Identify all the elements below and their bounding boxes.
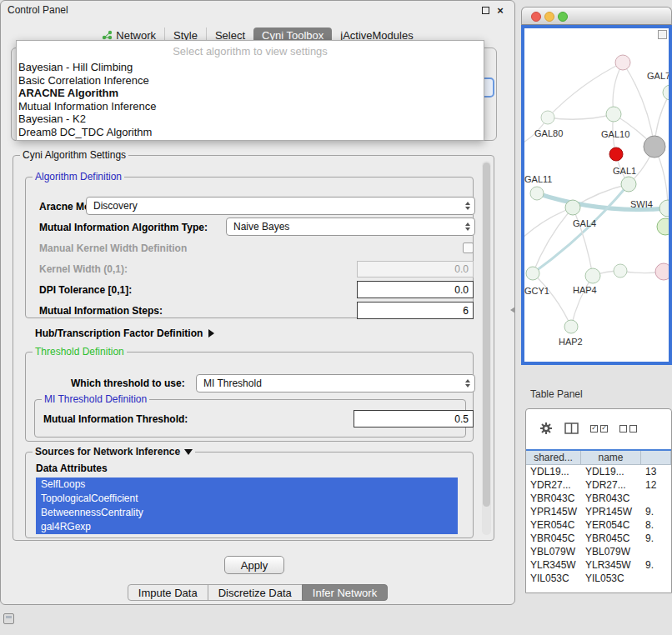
mi-threshold-group: MI Threshold Definition Mutual Informati… — [34, 399, 466, 438]
data-attributes-label: Data Attributes — [36, 462, 108, 474]
algorithm-option-selected[interactable]: ARACNE Algorithm — [17, 87, 484, 100]
table-row[interactable]: YDR27...YDR27...12 — [526, 478, 671, 492]
attribute-item[interactable]: SelfLoops — [36, 478, 458, 492]
minimize-traffic-light-icon[interactable] — [544, 12, 554, 22]
algorithm-option[interactable]: Bayesian - K2 — [17, 112, 484, 126]
table-body: YDL19...YDL19...13 YDR27...YDR27...12 YB… — [526, 465, 671, 585]
splitter-arrow-icon[interactable] — [510, 307, 515, 313]
cell: YIL053C — [526, 572, 581, 585]
attribute-item[interactable]: BetweennessCentrality — [36, 506, 458, 520]
manual-kernel-checkbox[interactable] — [463, 242, 474, 253]
cell: YDL19... — [581, 465, 641, 478]
data-attributes-list: SelfLoops TopologicalCoefficient Between… — [36, 478, 458, 534]
cell: YDR27... — [581, 478, 641, 492]
settings-scrollbar[interactable] — [482, 161, 491, 535]
zoom-traffic-light-icon[interactable] — [558, 12, 568, 22]
sources-title-text: Sources for Network Inference — [35, 446, 180, 458]
dpi-tolerance-value: 0.0 — [454, 284, 469, 296]
threshold-definition-title: Threshold Definition — [33, 346, 127, 358]
algorithm-dropdown-popup: Select algorithm to view settings Bayesi… — [16, 40, 484, 141]
cyni-algorithm-settings-group: Cyni Algorithm Settings Algorithm Defini… — [13, 155, 494, 541]
show-columns-icon[interactable] — [564, 422, 579, 434]
settings-scrollbar-thumb[interactable] — [483, 162, 490, 507]
cell — [641, 492, 671, 505]
cell: 12 — [641, 478, 671, 492]
cell: 9. — [641, 505, 671, 518]
tab-discretize-data[interactable]: Discretize Data — [208, 584, 303, 601]
close-window-icon[interactable]: × — [494, 4, 506, 16]
attribute-item[interactable]: gal4RGexp — [36, 520, 458, 534]
column-header-shared-name[interactable]: shared... — [526, 451, 581, 465]
attribute-item[interactable]: TopologicalCoefficient — [36, 492, 458, 506]
close-traffic-light-icon[interactable] — [531, 12, 541, 22]
svg-text:GAL80: GAL80 — [534, 128, 563, 138]
tab-infer-network[interactable]: Infer Network — [302, 584, 388, 601]
cell: 9. — [641, 532, 671, 545]
table-row[interactable]: YBL079WYBL079W — [526, 545, 671, 558]
threshold-definition-group: Threshold Definition Which threshold to … — [25, 352, 474, 442]
manual-kernel-label: Manual Kernel Width Definition — [39, 242, 187, 254]
deselect-all-icon[interactable] — [619, 425, 637, 432]
mi-type-value: Naive Bayes — [233, 221, 289, 232]
desktop: Control Panel × Network Style Select Cyn… — [0, 0, 672, 635]
bottom-tabs: Impute Data Discretize Data Infer Networ… — [1, 584, 514, 601]
checked-box-icon: ✓ — [590, 425, 598, 432]
gear-icon[interactable] — [539, 422, 553, 435]
control-panel-titlebar[interactable]: Control Panel × — [1, 1, 514, 19]
svg-text:GAL11: GAL11 — [524, 174, 552, 184]
which-threshold-dropdown[interactable]: MI Threshold — [196, 374, 475, 392]
algorithm-option[interactable]: Bayesian - Hill Climbing — [17, 61, 484, 74]
hub-definition-toggle[interactable]: Hub/Transcription Factor Definition — [35, 328, 214, 339]
table-row[interactable]: YLR345WYLR345W9. — [526, 558, 671, 572]
cell: YIL053C — [581, 572, 641, 585]
mi-threshold-field[interactable]: 0.5 — [354, 410, 474, 428]
which-threshold-label: Which threshold to use: — [71, 378, 185, 389]
svg-text:GAL10: GAL10 — [601, 129, 629, 139]
cell: YDL19... — [526, 465, 581, 478]
unchecked-box-icon — [619, 425, 627, 432]
table-row[interactable]: YER054CYER054C8. — [526, 518, 671, 532]
collapsed-panel-icon[interactable] — [3, 613, 14, 624]
cell: YPR145W — [526, 505, 581, 518]
table-row[interactable]: YIL053CYIL053C — [526, 572, 671, 585]
mi-threshold-value: 0.5 — [454, 413, 469, 425]
mi-steps-value: 6 — [463, 305, 469, 317]
algorithm-option[interactable]: Mutual Information Inference — [17, 100, 484, 113]
checked-box-icon: ✓ — [600, 425, 608, 432]
kernel-width-field[interactable]: 0.0 — [357, 261, 474, 278]
svg-text:HAP2: HAP2 — [559, 337, 583, 347]
tab-impute-data[interactable]: Impute Data — [128, 584, 208, 601]
cell: YBL079W — [526, 545, 581, 558]
column-header-name[interactable]: name — [581, 451, 641, 465]
mi-type-dropdown[interactable]: Naive Bayes — [226, 218, 475, 236]
network-view-window: GAL7GAL80GAL10GAL11GAL1SWI4GAL4GCY1HAP4H… — [521, 7, 672, 365]
select-all-icon[interactable]: ✓ ✓ — [590, 425, 608, 432]
dpi-tolerance-label: DPI Tolerance [0,1]: — [39, 284, 132, 296]
cell — [641, 545, 671, 558]
cell: YLR345W — [526, 558, 581, 572]
column-header-clipped[interactable] — [641, 451, 671, 465]
sources-group-title[interactable]: Sources for Network Inference — [33, 446, 195, 458]
mi-steps-field[interactable]: 6 — [357, 302, 474, 319]
stepper-arrows-icon — [465, 379, 470, 388]
cell: YBR043C — [526, 492, 581, 505]
table-row[interactable]: YBR045CYBR045C9. — [526, 532, 671, 545]
kernel-width-value: 0.0 — [454, 263, 469, 275]
dpi-tolerance-field[interactable]: 0.0 — [357, 281, 474, 298]
table-row[interactable]: YPR145WYPR145W9. — [526, 505, 671, 518]
algorithm-option[interactable]: Basic Correlation Inference — [17, 74, 484, 88]
network-window-titlebar[interactable] — [521, 7, 672, 25]
network-canvas[interactable]: GAL7GAL80GAL10GAL11GAL1SWI4GAL4GCY1HAP4H… — [521, 25, 672, 365]
table-row[interactable]: YBR043CYBR043C — [526, 492, 671, 505]
cell: YBL079W — [581, 545, 641, 558]
apply-button[interactable]: Apply — [224, 556, 284, 574]
network-graph[interactable]: GAL7GAL80GAL10GAL11GAL1SWI4GAL4GCY1HAP4H… — [524, 28, 672, 362]
float-window-icon[interactable] — [479, 4, 491, 16]
cell: YLR345W — [581, 558, 641, 572]
table-row[interactable]: YDL19...YDL19...13 — [526, 465, 671, 478]
aracne-mode-dropdown[interactable]: Discovery — [86, 197, 475, 215]
birdseye-toggle-icon[interactable] — [658, 30, 667, 39]
control-panel-title: Control Panel — [8, 4, 68, 16]
algorithm-option[interactable]: Dream8 DC_TDC Algorithm — [17, 126, 484, 139]
network-icon — [102, 30, 113, 40]
